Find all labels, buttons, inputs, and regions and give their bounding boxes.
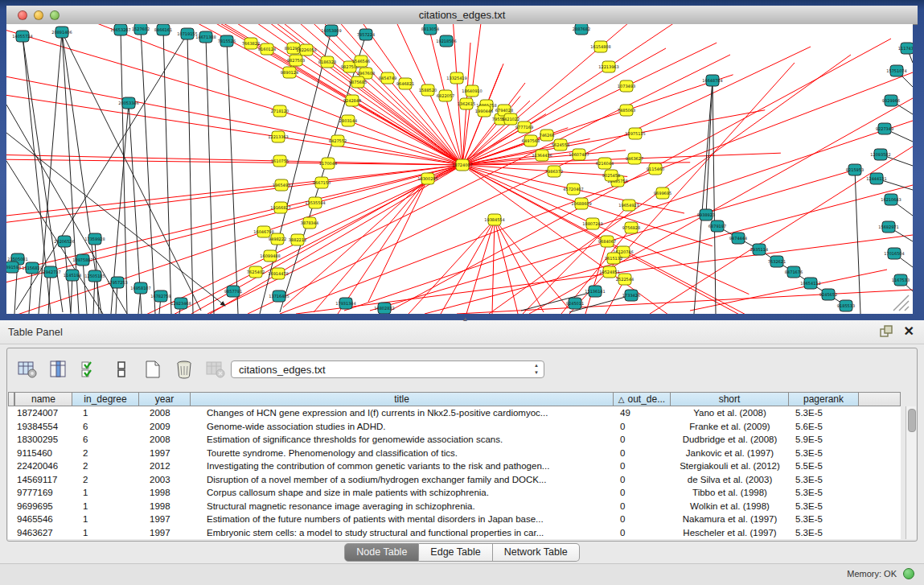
- resize-grip-icon[interactable]: [893, 295, 909, 311]
- graph-node-label: 1610755: [271, 159, 289, 163]
- graph-node-label: 14055724: [12, 34, 32, 39]
- column-header-out-de-[interactable]: △out_de...: [614, 392, 671, 406]
- cell-pagerank: 5.3E-5: [789, 475, 859, 484]
- tab-node-table[interactable]: Node Table: [344, 543, 419, 562]
- graph-node-label: 16782759: [150, 294, 170, 299]
- column-header-title[interactable]: title: [191, 392, 614, 406]
- cell-pagerank: 5.3E-5: [789, 514, 859, 524]
- graph-node-label: 16802832: [374, 306, 394, 311]
- table-row[interactable]: 1872400712008Changes of HCN gene express…: [8, 406, 901, 420]
- graph-edge: [441, 220, 495, 314]
- graph-edge: [6, 150, 462, 166]
- panel-resize-handle[interactable]: ▲: [462, 317, 470, 322]
- graph-node-label: 1117433: [898, 46, 913, 51]
- delete-table-icon[interactable]: [204, 359, 227, 380]
- table-row[interactable]: 1830029562008Estimation of significance …: [8, 433, 901, 447]
- network-canvas[interactable]: 1872400719384554183002951405572420891406…: [6, 24, 913, 314]
- cell-title: Estimation of significance thresholds fo…: [191, 435, 614, 444]
- graph-node-label: 1167533: [892, 278, 910, 282]
- graph-node-label: 9646821: [396, 81, 414, 86]
- table-select-dropdown[interactable]: citations_edges.txt ▲▼: [231, 360, 544, 378]
- graph-node-label: 20053346: [118, 101, 138, 105]
- window-titlebar[interactable]: citations_edges.txt: [6, 6, 918, 25]
- graph-node-label: 15751074: [886, 68, 906, 73]
- graph-node-label: 5624554: [552, 142, 569, 147]
- graph-node-label: 9115460: [647, 167, 664, 171]
- graph-node-label: 2935114: [750, 247, 768, 252]
- table-row[interactable]: 2242004622012Investigating the contribut…: [8, 459, 901, 473]
- graph-edge: [650, 146, 913, 314]
- graph-node-label: 15136141: [585, 289, 605, 294]
- graph-edge: [187, 34, 193, 314]
- column-header-in-degree[interactable]: in_degree: [72, 392, 139, 406]
- cell-year: 1997: [139, 514, 191, 524]
- table-row[interactable]: 911546021997Tourette syndrome. Phenomeno…: [8, 447, 901, 460]
- tab-edge-table[interactable]: Edge Table: [419, 543, 492, 562]
- close-icon[interactable]: ✕: [904, 323, 914, 339]
- graph-node-label: 9245011: [566, 301, 584, 306]
- table-row[interactable]: 1938455462009Genome-wide association stu…: [8, 420, 901, 434]
- graph-node-label: 13325419: [446, 76, 466, 80]
- graph-node-label: 9474444: [729, 236, 747, 241]
- graph-node-label: 13716485: [269, 294, 289, 299]
- row-height-icon[interactable]: [110, 359, 133, 380]
- graph-node-label: 6822057: [437, 93, 454, 98]
- cell-out-de-: 0: [614, 448, 671, 458]
- cell-out-de-: 0: [614, 514, 671, 524]
- column-header-year[interactable]: year: [139, 392, 191, 406]
- cell-short: Tibbo et al. (1998): [671, 488, 789, 497]
- memory-status-indicator[interactable]: [903, 568, 914, 579]
- cell-name: 19384554: [14, 422, 72, 431]
- cell-in-degree: 1: [72, 488, 139, 497]
- table-row[interactable]: 946362711997Embryonic stem cells: a mode…: [8, 526, 901, 540]
- cell-short: Wolkin et al. (1998): [671, 501, 789, 511]
- graph-node-label: 12444131: [866, 176, 886, 181]
- graph-node-label: 17359928: [84, 237, 105, 241]
- graph-node-label: 1733426: [622, 293, 640, 298]
- cell-year: 2008: [139, 435, 191, 444]
- table-body: 1872400712008Changes of HCN gene express…: [8, 406, 901, 539]
- cell-pagerank: 5.3E-5: [789, 488, 859, 497]
- graph-node-label: 9667150: [313, 180, 331, 185]
- column-header-short[interactable]: short: [671, 392, 789, 406]
- table-row[interactable]: 977716911998Corpus callosum shape and si…: [8, 486, 901, 500]
- graph-node-label: 17957253: [107, 280, 127, 285]
- graph-node-label: 1073493: [618, 84, 635, 89]
- float-window-icon[interactable]: [880, 325, 893, 338]
- table-row[interactable]: 1456911722003Disruption of a novel membe…: [8, 473, 901, 487]
- graph-edge: [227, 41, 238, 314]
- graph-node-label: 7632621: [768, 259, 786, 264]
- cell-year: 2009: [139, 422, 191, 431]
- cell-pagerank: 5.6E-5: [789, 422, 859, 431]
- table-row[interactable]: 946554611997Estimation of the future num…: [8, 513, 901, 526]
- column-header-name[interactable]: name: [14, 392, 72, 406]
- table-settings-icon[interactable]: [16, 359, 39, 380]
- network-graph[interactable]: 1872400719384554183002951405572420891406…: [6, 24, 913, 314]
- cell-name: 18724007: [14, 408, 72, 418]
- table-row[interactable]: 969969511998Structural magnetic resonanc…: [8, 500, 901, 513]
- tab-network-table[interactable]: Network Table: [493, 543, 580, 562]
- scrollbar-thumb[interactable]: [908, 409, 916, 432]
- graph-node-label: 15692971: [878, 225, 898, 229]
- graph-edge: [495, 220, 544, 312]
- graph-node-label: 7625402: [247, 270, 265, 274]
- cell-out-de-: 0: [614, 528, 671, 538]
- graph-node-label: 1588520: [419, 88, 437, 93]
- cell-out-de-: 0: [614, 475, 671, 484]
- graph-node-label: 8471676: [785, 270, 803, 274]
- graph-node-label: 19524851: [599, 270, 619, 274]
- graph-edge: [492, 220, 495, 314]
- select-all-icon[interactable]: [79, 359, 101, 380]
- graph-node-label: 17931344: [335, 301, 355, 306]
- graph-edge: [368, 179, 428, 302]
- graph-node-label: 1615132: [605, 256, 622, 261]
- column-header-pagerank[interactable]: pagerank: [789, 392, 859, 406]
- cell-year: 1997: [139, 528, 191, 538]
- column-visibility-icon[interactable]: [47, 359, 70, 380]
- vertical-scrollbar[interactable]: [906, 406, 916, 539]
- delete-icon[interactable]: [173, 359, 195, 380]
- table-header-row: namein_degreeyeartitle△out_de...shortpag…: [8, 392, 901, 406]
- column-header-label: pagerank: [803, 393, 844, 405]
- new-file-icon[interactable]: [142, 359, 164, 380]
- graph-node-label: 12093582: [870, 152, 890, 157]
